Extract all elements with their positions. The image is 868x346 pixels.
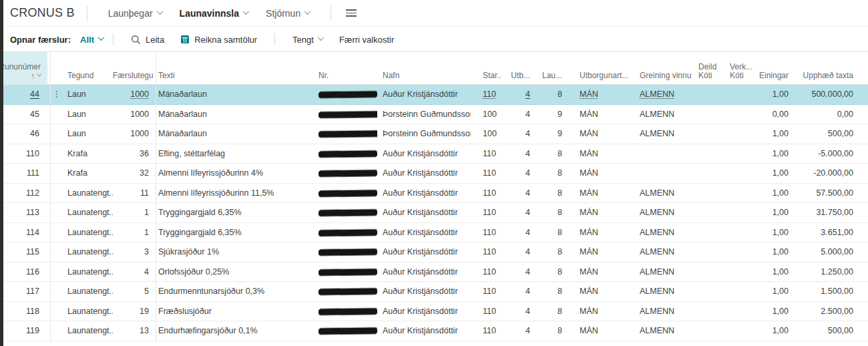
- cell-lau: 8: [534, 247, 566, 256]
- chevron-down-icon: [156, 8, 163, 15]
- table-row[interactable]: 45Laun1000MánaðarlaunÞorsteinn Guðmundss…: [3, 105, 868, 125]
- cell-nr: [313, 129, 377, 138]
- column-header-gre[interactable]: Greining vinnu: [638, 71, 696, 85]
- column-header-teg[interactable]: Tegund: [66, 71, 113, 85]
- column-header-verk[interactable]: Verk...Kóti: [725, 63, 756, 85]
- column-header-txt[interactable]: Texti: [153, 71, 313, 85]
- nav-item-launavinnsla[interactable]: Launavinnsla: [180, 8, 248, 19]
- cell-gre[interactable]: ALMENN: [638, 90, 696, 99]
- cell-nr: [313, 188, 377, 198]
- table-row[interactable]: 110Krafa36Efling, stéttarfélagAuður Kris…: [3, 144, 868, 164]
- cell-upp: -5.000,00: [792, 149, 859, 158]
- calculate-totals-button[interactable]: Reikna samtölur: [180, 35, 257, 45]
- cell-star: 110: [471, 228, 501, 237]
- cell-nafn: Auður Kristjánsdóttir: [377, 267, 471, 277]
- cell-star: 110: [471, 267, 501, 277]
- cell-ein: 1,00: [756, 287, 792, 296]
- cell-gre: ALMENN: [638, 326, 696, 335]
- table-row[interactable]: 119Launatengt...13Endurhæfingarsjóður 0,…: [3, 321, 868, 341]
- cell-star[interactable]: 110: [471, 90, 501, 99]
- cell-ein: 1,00: [756, 168, 792, 178]
- cell-utb: 4: [501, 208, 534, 217]
- cell-gre: ALMENN: [638, 287, 696, 296]
- cell-ftg[interactable]: 1000: [113, 90, 153, 99]
- column-header-run[interactable]: Rununúmer↑: [3, 52, 47, 85]
- redacted-id-bar: [318, 170, 377, 177]
- cell-upp: 57.500,00: [792, 188, 859, 198]
- cell-utbt: MÁN: [566, 110, 638, 119]
- table-row[interactable]: 114Launatengt...1Tryggingargjald 6,35%Au…: [3, 223, 868, 243]
- redacted-id-bar: [318, 150, 377, 157]
- cell-ftg: 13: [113, 326, 153, 335]
- table-row[interactable]: 112Launatengt...11Almenni lífeyrissjóður…: [3, 184, 868, 204]
- nav-item-stjornun[interactable]: Stjórnun: [266, 8, 310, 19]
- cell-utbt: MÁN: [566, 307, 638, 316]
- cell-utbt[interactable]: MÁN: [566, 90, 638, 99]
- table-row[interactable]: 46Laun1000MánaðarlaunÞorsteinn Guðmundss…: [3, 124, 868, 144]
- column-header-nafn[interactable]: Nafn: [377, 71, 471, 85]
- cell-ftg: 1: [113, 228, 153, 237]
- cell-upp: 2.500,00: [792, 307, 859, 316]
- company-name[interactable]: CRONUS B: [10, 6, 75, 20]
- column-header-ein[interactable]: Einingar: [756, 71, 792, 85]
- column-header-upp[interactable]: Upphæð taxta: [792, 71, 859, 85]
- cell-ein: 0,00: [756, 110, 792, 119]
- cell-lau: 8: [534, 307, 566, 316]
- redacted-id-bar: [318, 249, 377, 256]
- cell-upp: 500,00: [792, 129, 859, 138]
- column-header-utbt[interactable]: Útborgunart...: [566, 71, 638, 85]
- cell-ein: 1,00: [756, 247, 792, 256]
- cell-nr: [313, 287, 377, 296]
- table-body: 44⋮Laun1000MánaðarlaunAuður Kristjánsdót…: [3, 85, 868, 341]
- table-row[interactable]: 44⋮Laun1000MánaðarlaunAuður Kristjánsdót…: [3, 85, 868, 105]
- column-header-nr[interactable]: Nr.: [313, 71, 377, 85]
- filter-dropdown[interactable]: Allt: [80, 35, 103, 45]
- redacted-id-bar: [318, 111, 377, 118]
- column-header-utb[interactable]: Útb...: [501, 71, 534, 85]
- cell-gre: ALMENN: [638, 129, 696, 138]
- divider: [113, 33, 114, 45]
- table-row[interactable]: 111Krafa32Almenni lífeyrissjóðurinn 4%Au…: [3, 164, 868, 184]
- cell-ein: 1,00: [756, 129, 792, 138]
- cell-star: 110: [471, 208, 501, 217]
- cell-run: 116: [3, 267, 47, 277]
- cell-utbt: MÁN: [566, 188, 638, 198]
- table-row[interactable]: 113Launatengt...1Tryggingargjald 6,35%Au…: [3, 203, 868, 223]
- cell-star: 110: [471, 287, 501, 296]
- cell-teg: Laun: [66, 110, 113, 119]
- chevron-down-icon: [243, 8, 250, 15]
- cell-utb[interactable]: 4: [501, 90, 534, 99]
- cell-run: 114: [3, 228, 47, 237]
- redacted-id-bar: [318, 289, 377, 295]
- cell-run: 110: [3, 149, 47, 158]
- column-header-lau[interactable]: Lau...: [534, 71, 566, 85]
- cell-nafn: Auður Kristjánsdóttir: [377, 307, 471, 316]
- column-header-star[interactable]: Star...: [471, 71, 501, 85]
- table-row[interactable]: 116Launatengt...4Orlofssjóður 0,25%Auður…: [3, 263, 868, 283]
- cell-teg: Launatengt...: [66, 247, 113, 256]
- cell-nr: [313, 90, 377, 99]
- column-header-dei[interactable]: DeildKóti: [696, 63, 725, 85]
- cell-run: 112: [3, 188, 47, 198]
- cell-run: 117: [3, 287, 47, 296]
- cell-gre: ALMENN: [638, 267, 696, 277]
- fewer-options-button[interactable]: Færri valkostir: [339, 35, 394, 45]
- cell-teg: Krafa: [66, 149, 113, 158]
- table-row[interactable]: 118Launatengt...19FræðslusjóðurAuður Kri…: [3, 302, 868, 322]
- table-row[interactable]: 115Launatengt...3Sjúkrasjóður 1%Auður Kr…: [3, 242, 868, 263]
- nav-item-launthegar[interactable]: Launþegar: [108, 8, 162, 19]
- cell-run: 113: [3, 208, 47, 217]
- table-row[interactable]: 117Launatengt...5Endurmenntunarsjóður 0,…: [3, 282, 868, 302]
- related-dropdown[interactable]: Tengt: [292, 35, 323, 45]
- column-header-ftg[interactable]: Færslutegund: [113, 71, 153, 85]
- search-button[interactable]: Leita: [131, 35, 164, 45]
- cell-utbt: MÁN: [566, 247, 638, 256]
- cell-menu[interactable]: ⋮: [47, 90, 66, 99]
- cell-ftg: 3: [113, 247, 153, 256]
- divider: [274, 33, 275, 45]
- menu-icon[interactable]: [346, 9, 357, 17]
- cell-run: 46: [3, 129, 47, 138]
- cell-run[interactable]: 44: [3, 90, 47, 99]
- cell-utbt: MÁN: [566, 168, 638, 178]
- cell-run: 111: [3, 168, 47, 178]
